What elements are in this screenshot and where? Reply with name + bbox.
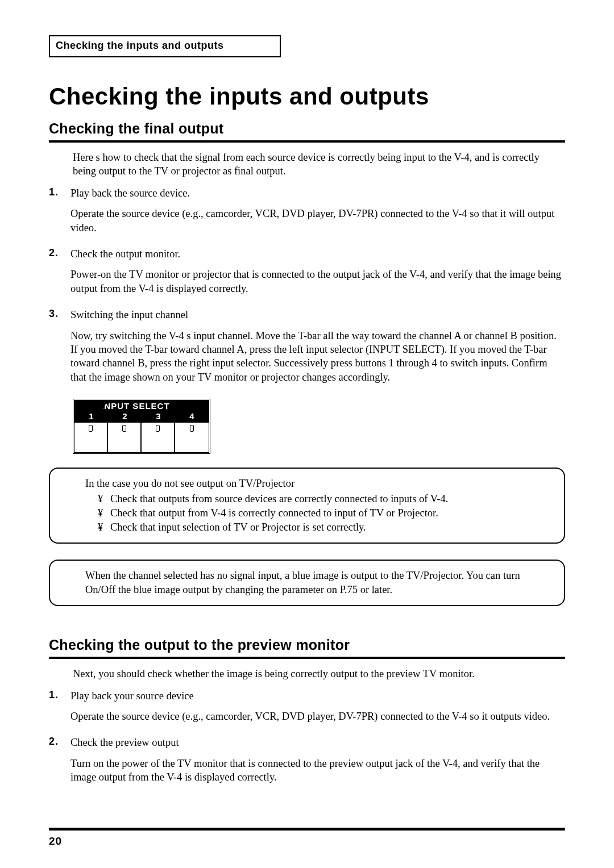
panel-button-2 [108,423,142,452]
step-number: 1. [49,689,64,733]
page-number: 20 [49,835,62,848]
input-select-panel: INPUT SELECT 1 2 3 4 [73,399,210,454]
step-detail: Operate the source device (e.g., camcord… [70,710,565,723]
panel-button-3 [142,423,175,452]
note-item: ¥Check that input selection of TV or Pro… [98,520,553,535]
content-area: Checking the inputs and outputs Checking… [49,83,565,797]
page-title: Checking the inputs and outputs [49,83,565,110]
note-paragraph: When the channel selected has no signal … [85,569,553,597]
note-item: ¥Check that output from V-4 is correctly… [98,506,553,520]
panel-label: INPUT SELECT [101,400,182,411]
step-number: 1. [49,186,64,244]
running-header-text: Checking the inputs and outputs [56,40,224,51]
step-2-preview: 2. Check the preview output Turn on the … [49,736,565,793]
led-icon [122,425,126,432]
led-icon [156,425,160,432]
bullet-icon: ¥ [98,506,110,520]
step-lead: Check the preview output [70,736,565,749]
panel-num-2: 2 [108,411,142,421]
step-lead: Play back the source device. [70,186,565,200]
running-header: Checking the inputs and outputs [49,35,281,57]
step-1: 1. Play back the source device. Operate … [49,186,565,244]
step-detail: Operate the source device (e.g., camcord… [70,207,565,235]
step-2: 2. Check the output monitor. Power-on th… [49,247,565,304]
note-item-text: Check that output from V-4 is correctly … [110,507,438,519]
step-number: 2. [49,736,64,793]
step-number: 2. [49,247,64,304]
bullet-icon: ¥ [98,520,110,535]
bullet-icon: ¥ [98,492,110,506]
step-number: 3. [49,308,64,393]
step-3: 3. Switching the input channel Now, try … [49,308,565,393]
section-heading-preview-monitor: Checking the output to the preview monit… [49,637,565,653]
note-item: ¥Check that outputs from source devices … [98,492,553,506]
led-icon [190,425,194,432]
section-heading-final-output: Checking the final output [49,120,565,137]
step-1-preview: 1. Play back your source device Operate … [49,689,565,733]
note-box-blue-image: When the channel selected has no signal … [49,560,565,606]
heading-rule [49,140,565,143]
step-detail: Power-on the TV monitor or projector tha… [70,268,565,295]
intro-paragraph: Here s how to check that the signal from… [73,151,565,178]
note-item-text: Check that outputs from source devices a… [110,493,448,504]
panel-num-4: 4 [175,411,209,421]
step-lead: Play back your source device [70,689,565,703]
note-item-text: Check that input selection of TV or Proj… [110,521,366,533]
footer-rule [49,828,565,831]
panel-button-4 [175,423,209,452]
led-icon [89,425,93,432]
intro-paragraph: Next, you should check whether the image… [73,667,565,681]
step-lead: Switching the input channel [70,308,565,322]
note-lead: In the case you do not see output on TV/… [85,477,553,491]
step-detail: Turn on the power of the TV monitor that… [70,757,565,784]
panel-button-1 [74,423,108,452]
panel-num-1: 1 [74,411,108,421]
page: Checking the inputs and outputs Checking… [0,0,614,868]
panel-num-3: 3 [142,411,175,421]
step-detail: Now, try switching the V-4 s input chann… [70,329,565,385]
heading-rule [49,657,565,659]
note-box-troubleshoot: In the case you do not see output on TV/… [49,468,565,544]
step-lead: Check the output monitor. [70,247,565,261]
note-list: ¥Check that outputs from source devices … [98,492,553,535]
